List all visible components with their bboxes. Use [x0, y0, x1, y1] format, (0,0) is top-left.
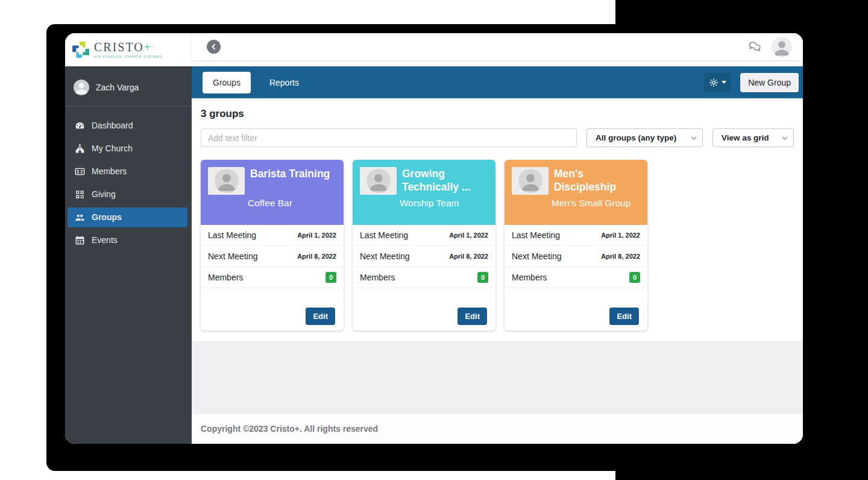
members-count-badge: 0: [629, 272, 640, 283]
next-meeting-row: Next Meeting April 8, 2022: [505, 246, 647, 267]
group-image-placeholder: [512, 167, 549, 195]
group-type-select[interactable]: All groups (any type): [587, 128, 703, 147]
members-count-badge: 0: [477, 272, 488, 283]
next-meeting-row: Next Meeting April 8, 2022: [353, 246, 495, 267]
groups-content: 3 groups All groups (any type) View as g…: [192, 98, 803, 341]
sidebar-item-events[interactable]: Events: [68, 230, 187, 250]
group-card-header: Barista Training Coffee Bar: [201, 160, 344, 225]
brand-name: CRISTO+: [94, 41, 162, 53]
sidebar-menu: Dashboard My Church Members: [65, 114, 192, 251]
sidebar-user[interactable]: Zach Varga: [65, 66, 192, 104]
sidebar-item-my-church[interactable]: My Church: [68, 139, 187, 159]
group-card-header: Growing Technically ... Worship Team: [353, 160, 495, 225]
gear-icon: [709, 78, 719, 87]
page-background: [192, 341, 803, 413]
edit-group-button[interactable]: Edit: [458, 308, 487, 325]
sidebar-item-groups[interactable]: Groups: [68, 207, 187, 227]
users-icon: [75, 212, 85, 223]
topbar: [192, 33, 803, 60]
tab-groups[interactable]: Groups: [203, 72, 251, 93]
person-icon: [215, 169, 239, 193]
last-meeting-row: Last Meeting April 1, 2022: [201, 225, 344, 246]
chevron-down-icon: [782, 136, 788, 140]
profile-avatar[interactable]: [772, 37, 792, 57]
new-group-button[interactable]: New Group: [740, 73, 799, 92]
brand-logo[interactable]: CRISTO+ HIS KINGDOM. CHURCH SYSTEMS: [65, 33, 192, 66]
next-meeting-date: April 8, 2022: [601, 253, 640, 260]
chevron-down-icon: [691, 136, 697, 140]
id-card-icon: [75, 166, 85, 177]
group-title: Barista Training: [250, 167, 330, 195]
group-card: Growing Technically ... Worship Team Las…: [353, 160, 495, 330]
tab-reports[interactable]: Reports: [259, 72, 309, 93]
sidebar-item-giving[interactable]: Giving: [68, 185, 187, 204]
next-meeting-row: Next Meeting April 8, 2022: [201, 246, 344, 267]
sidebar: CRISTO+ HIS KINGDOM. CHURCH SYSTEMS Zach…: [65, 33, 192, 444]
group-image-placeholder: [208, 167, 245, 195]
user-name: Zach Varga: [96, 83, 139, 92]
sidebar-divider: [65, 106, 192, 107]
chat-icon[interactable]: [748, 41, 763, 52]
next-meeting-date: April 8, 2022: [297, 253, 336, 260]
groups-count-heading: 3 groups: [201, 108, 794, 120]
brand-tagline: HIS KINGDOM. CHURCH SYSTEMS: [94, 55, 162, 58]
church-icon: [75, 144, 85, 154]
group-subtitle: Worship Team: [400, 198, 488, 209]
sidebar-item-members[interactable]: Members: [68, 162, 187, 182]
brand-plus: +: [144, 40, 152, 54]
user-avatar-icon: [74, 80, 89, 95]
last-meeting-row: Last Meeting April 1, 2022: [505, 225, 647, 246]
brand-logo-icon: [72, 41, 90, 59]
footer: Copyright ©2023 Cristo+. All rights rese…: [192, 413, 803, 444]
calendar-icon: [75, 235, 85, 245]
group-title: Growing Technically ...: [402, 167, 488, 195]
edit-group-button[interactable]: Edit: [609, 308, 639, 325]
screenshot-canvas: CRISTO+ HIS KINGDOM. CHURCH SYSTEMS Zach…: [0, 0, 868, 480]
person-icon: [518, 169, 542, 193]
qrcode-icon: [75, 189, 85, 200]
last-meeting-date: April 1, 2022: [297, 232, 336, 239]
filter-row: All groups (any type) View as grid: [201, 128, 794, 147]
last-meeting-date: April 1, 2022: [449, 232, 488, 239]
person-icon: [366, 169, 391, 193]
settings-dropdown-button[interactable]: [704, 73, 731, 92]
group-image-placeholder: [360, 167, 397, 195]
dashboard-icon: [75, 121, 85, 131]
sidebar-item-dashboard[interactable]: Dashboard: [68, 116, 187, 136]
members-row: Members 0: [505, 267, 647, 288]
last-meeting-date: April 1, 2022: [601, 232, 640, 239]
group-subtitle: Coffee Bar: [248, 198, 336, 209]
chevron-left-icon: [210, 43, 217, 50]
members-row: Members 0: [201, 267, 344, 288]
back-button[interactable]: [207, 40, 221, 54]
next-meeting-date: April 8, 2022: [449, 253, 488, 260]
copyright-text: Copyright ©2023 Cristo+. All rights rese…: [201, 424, 378, 434]
black-backdrop-top-right: [615, 0, 868, 27]
last-meeting-row: Last Meeting April 1, 2022: [353, 225, 495, 246]
group-subtitle: Men's Small Group: [552, 198, 640, 209]
main-area: Groups Reports New Group 3 groups: [192, 33, 803, 444]
app-window: CRISTO+ HIS KINGDOM. CHURCH SYSTEMS Zach…: [65, 33, 803, 444]
view-mode-select[interactable]: View as grid: [712, 128, 794, 147]
text-filter-input[interactable]: [201, 128, 577, 147]
edit-group-button[interactable]: Edit: [306, 308, 335, 325]
topbar-gap: [192, 60, 803, 66]
group-card: Barista Training Coffee Bar Last Meeting…: [201, 160, 344, 330]
section-nav: Groups Reports New Group: [192, 66, 803, 98]
caret-down-icon: [722, 81, 726, 84]
group-card: Men's Discipleship Men's Small Group Las…: [505, 160, 647, 330]
members-row: Members 0: [353, 267, 495, 288]
group-cards: Barista Training Coffee Bar Last Meeting…: [201, 160, 794, 330]
black-backdrop-bottom-right: [615, 468, 868, 480]
group-title: Men's Discipleship: [554, 167, 640, 195]
members-count-badge: 0: [326, 272, 336, 283]
group-card-header: Men's Discipleship Men's Small Group: [505, 160, 647, 225]
